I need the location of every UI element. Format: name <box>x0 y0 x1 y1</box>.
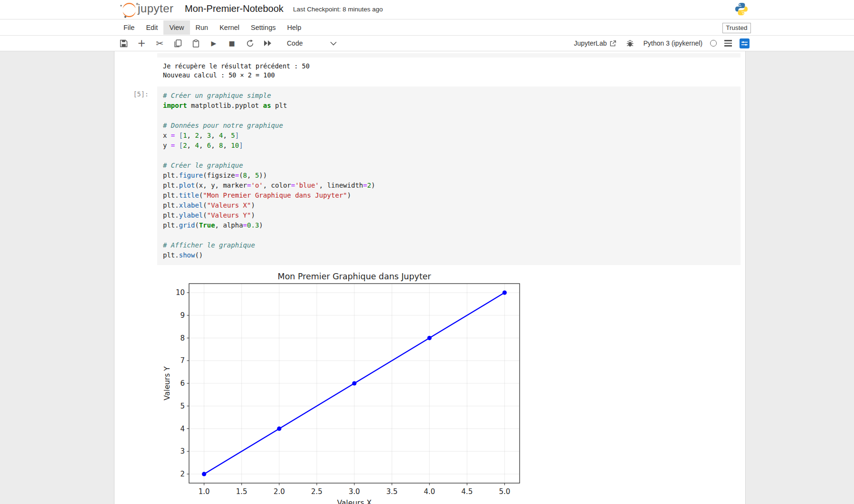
restart-icon <box>246 39 254 48</box>
code-line: plt.ylabel("Valeurs Y") <box>163 210 735 220</box>
code-line: plt.grid(True, alpha=0.3) <box>163 220 735 230</box>
debugger-button[interactable] <box>624 38 636 49</box>
python-logo-icon <box>734 2 749 16</box>
chart-output: 1.01.52.02.53.03.54.04.55.02345678910Mon… <box>163 271 523 504</box>
code-line: # Créer un graphique simple <box>163 91 735 101</box>
run-all-icon <box>264 40 272 47</box>
svg-text:5.0: 5.0 <box>499 487 510 496</box>
svg-text:Mon Premier Graphique dans Jup: Mon Premier Graphique dans Jupyter <box>278 272 432 281</box>
external-link-icon <box>609 40 617 47</box>
run-cell-button[interactable]: ▶ <box>208 38 219 49</box>
jupyterlab-label: JupyterLab <box>574 39 607 47</box>
jupyter-wordmark: jupyter <box>138 2 174 15</box>
interrupt-kernel-button[interactable]: ■ <box>226 38 237 49</box>
workspace-background: Je récupère le résultat précédent : 50 N… <box>0 51 854 504</box>
menu-bar: FileEditViewRunKernelSettingsHelp Truste… <box>0 19 854 36</box>
checkpoint-status: Last Checkpoint: 8 minutes ago <box>293 6 383 13</box>
cut-cell-button[interactable]: ✂ <box>154 38 165 49</box>
menu-item-help[interactable]: Help <box>281 20 307 35</box>
menu-item-view[interactable]: View <box>163 20 190 35</box>
restart-run-all-button[interactable] <box>262 38 274 49</box>
code-line: # Afficher le graphique <box>163 240 735 250</box>
svg-text:1.5: 1.5 <box>236 487 247 496</box>
add-cell-icon: + <box>137 38 146 49</box>
code-line <box>163 151 735 161</box>
svg-text:2: 2 <box>180 470 185 478</box>
svg-text:3.5: 3.5 <box>386 487 398 496</box>
menu-items: FileEditViewRunKernelSettingsHelp <box>118 19 307 35</box>
code-cell-editor[interactable]: # Créer un graphique simpleimport matplo… <box>157 86 740 265</box>
code-line <box>163 111 735 121</box>
notebook-toolbar: + ✂ ▶ ■ Code JupyterLab Python 3 (ipyker… <box>0 36 854 51</box>
svg-text:5: 5 <box>180 402 185 410</box>
sliders-icon <box>741 40 748 47</box>
code-line: plt.title("Mon Premier Graphique dans Ju… <box>163 190 735 200</box>
chevron-down-icon <box>330 41 337 46</box>
cell-execution-prompt: [5]: <box>114 90 149 98</box>
code-line: plt.xlabel("Valeurs X") <box>163 200 735 210</box>
code-line: y = [2, 4, 6, 8, 10] <box>163 141 735 151</box>
notebook-page: Je récupère le résultat précédent : 50 N… <box>114 51 746 504</box>
svg-text:3.0: 3.0 <box>349 487 360 496</box>
menu-item-run[interactable]: Run <box>190 20 214 35</box>
copy-cell-button[interactable] <box>172 38 183 49</box>
notebook-tools-button[interactable] <box>740 38 750 48</box>
svg-text:6: 6 <box>180 379 185 388</box>
kernel-name-label[interactable]: Python 3 (ipykernel) <box>643 39 702 47</box>
notebook-title[interactable]: Mon-Premier-Notebook <box>185 3 284 14</box>
run-icon: ▶ <box>211 39 217 47</box>
paste-cell-button[interactable] <box>190 38 201 49</box>
svg-text:10: 10 <box>176 288 185 297</box>
restart-kernel-button[interactable] <box>244 38 256 49</box>
save-icon <box>120 39 128 48</box>
menu-item-settings[interactable]: Settings <box>245 20 281 35</box>
save-button[interactable] <box>118 38 129 49</box>
jupyter-logo-icon <box>120 2 139 18</box>
code-line: # Données pour notre graphique <box>163 121 735 131</box>
svg-text:4.5: 4.5 <box>461 487 473 496</box>
svg-text:7: 7 <box>180 356 185 365</box>
line-chart: 1.01.52.02.53.03.54.04.55.02345678910Mon… <box>163 271 523 504</box>
cell-type-value: Code <box>287 39 303 47</box>
code-line: x = [1, 2, 3, 4, 5] <box>163 131 735 141</box>
code-line: import matplotlib.pyplot as plt <box>163 101 735 111</box>
bug-icon <box>626 39 634 48</box>
cell-output-text: Je récupère le résultat précédent : 50 N… <box>163 62 310 80</box>
code-line: plt.show() <box>163 250 735 260</box>
svg-text:2.5: 2.5 <box>311 487 323 496</box>
code-line <box>163 230 735 240</box>
svg-text:3: 3 <box>180 447 185 456</box>
svg-text:9: 9 <box>180 311 185 320</box>
previous-cell-partial[interactable] <box>157 53 740 57</box>
copy-icon <box>174 39 182 48</box>
trusted-badge[interactable]: Trusted <box>722 23 751 33</box>
svg-text:4: 4 <box>180 425 185 433</box>
menu-item-edit[interactable]: Edit <box>140 20 163 35</box>
svg-text:Valeurs X: Valeurs X <box>337 499 372 504</box>
svg-text:Valeurs Y: Valeurs Y <box>163 366 171 400</box>
menu-item-file[interactable]: File <box>118 20 140 35</box>
kernel-status-icon <box>710 40 717 47</box>
paste-icon <box>192 39 200 48</box>
stop-icon: ■ <box>228 39 235 47</box>
menu-toggle-icon[interactable] <box>724 40 732 47</box>
code-line: # Créer le graphique <box>163 161 735 171</box>
cell-type-dropdown[interactable]: Code <box>287 39 337 47</box>
svg-text:1.0: 1.0 <box>199 487 210 496</box>
svg-text:4.0: 4.0 <box>424 487 435 496</box>
header-bar: jupyter Mon-Premier-Notebook Last Checkp… <box>0 0 854 19</box>
open-in-jupyterlab-link[interactable]: JupyterLab <box>574 39 617 47</box>
code-line: plt.plot(x, y, marker='o', color='blue',… <box>163 181 735 190</box>
add-cell-button[interactable]: + <box>136 38 147 49</box>
cut-icon: ✂ <box>156 38 163 48</box>
svg-text:8: 8 <box>180 334 185 342</box>
code-line: plt.figure(figsize=(8, 5)) <box>163 171 735 181</box>
svg-text:2.0: 2.0 <box>274 487 285 496</box>
menu-item-kernel[interactable]: Kernel <box>214 20 245 35</box>
